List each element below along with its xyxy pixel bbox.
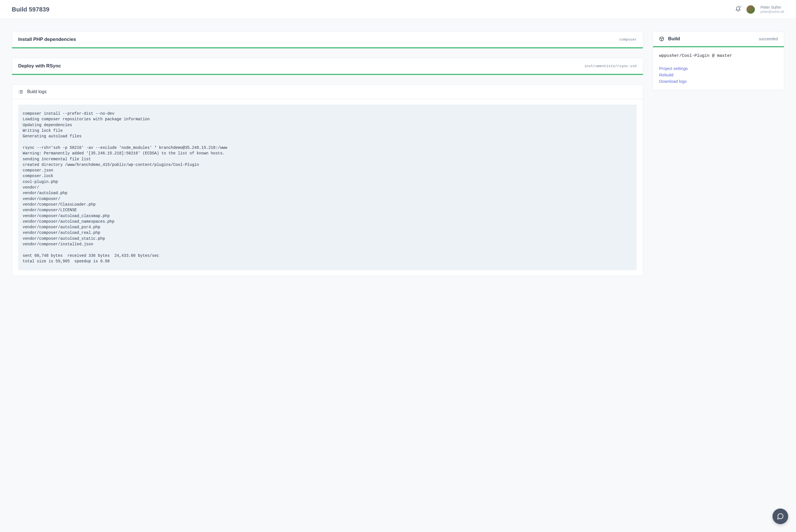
link-project-settings[interactable]: Project settings [659,66,778,71]
log-output[interactable]: composer install --prefer-dist --no-dev … [18,104,637,270]
user-name: Peter Suhm [760,5,784,10]
link-rebuild[interactable]: Rebuild [659,73,778,77]
avatar[interactable] [746,5,755,14]
notification-dot-icon [739,5,741,8]
step-badge: composer [619,37,637,42]
list-icon [18,89,23,94]
logs-header: Build logs [12,85,643,99]
cube-icon [659,36,664,41]
app-header: Build 597839 Peter Suhm peter@suhm.dk [0,0,796,19]
step-title: Deploy with RSync [18,63,61,69]
build-panel-title: Build [668,36,680,42]
step-header: Deploy with RSync instrumentisto/rsync-s… [12,58,643,74]
logs-body: composer install --prefer-dist --no-dev … [12,99,643,276]
build-status: succeeded [759,37,778,41]
page-title: Build 597839 [12,6,50,13]
build-logs-card: Build logs composer install --prefer-dis… [12,84,643,276]
build-summary-card: Build succeeded wppusher/Cool-Plugin @ m… [653,31,784,90]
header-user-area: Peter Suhm peter@suhm.dk [735,5,784,14]
step-card-deploy-rsync[interactable]: Deploy with RSync instrumentisto/rsync-s… [12,58,643,75]
build-summary-body: wppusher/Cool-Plugin @ master Project se… [653,47,784,90]
build-title-wrap: Build [659,36,680,42]
logs-title: Build logs [27,89,47,94]
main-container: Install PHP dependencies composer Deploy… [0,19,796,288]
user-info[interactable]: Peter Suhm peter@suhm.dk [760,5,784,14]
link-download-logs[interactable]: Download logs [659,79,778,83]
repo-line: wppusher/Cool-Plugin @ master [659,53,778,58]
step-badge: instrumentisto/rsync-ssh [585,64,637,68]
user-email: peter@suhm.dk [760,10,784,14]
build-summary-header: Build succeeded [653,32,784,47]
step-title: Install PHP dependencies [18,37,76,42]
build-links: Project settings Rebuild Download logs [659,66,778,83]
step-card-install-php[interactable]: Install PHP dependencies composer [12,31,643,49]
notifications-button[interactable] [735,6,741,13]
sidebar: Build succeeded wppusher/Cool-Plugin @ m… [653,31,784,90]
step-header: Install PHP dependencies composer [12,32,643,47]
main-column: Install PHP dependencies composer Deploy… [12,31,643,276]
